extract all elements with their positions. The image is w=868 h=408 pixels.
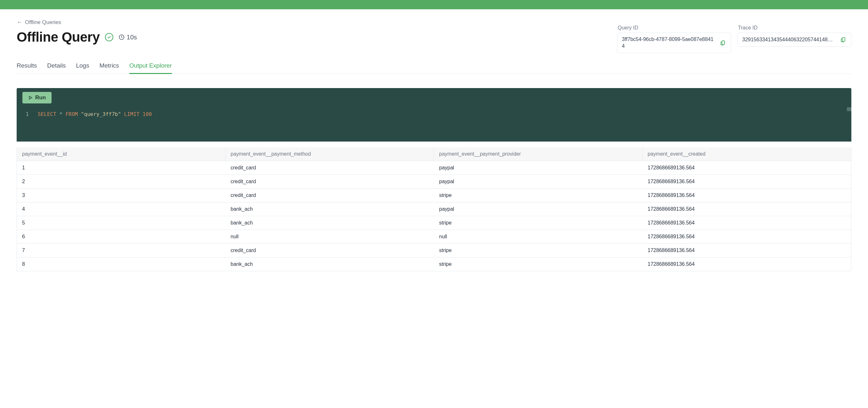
top-accent-bar [0, 0, 868, 9]
table-cell: 1728686689136.564 [643, 216, 851, 230]
tab-results[interactable]: Results [17, 62, 37, 74]
table-cell: 6 [17, 230, 226, 243]
table-row[interactable]: 6nullnull1728686689136.564 [17, 230, 851, 243]
table-cell: 7 [17, 244, 226, 257]
svg-rect-1 [722, 41, 724, 45]
table-cell: paypal [434, 202, 643, 216]
table-row[interactable]: 5bank_achstripe1728686689136.564 [17, 216, 851, 230]
duration-text: 10s [127, 34, 137, 41]
results-table: payment_event__idpayment_event__payment_… [17, 147, 851, 271]
table-cell: paypal [434, 161, 643, 175]
column-header[interactable]: payment_event__created [643, 147, 851, 161]
table-cell: credit_card [226, 175, 434, 188]
table-row[interactable]: 2credit_cardpaypal1728686689136.564 [17, 175, 851, 188]
table-cell: stripe [434, 258, 643, 271]
table-cell: 1728686689136.564 [643, 230, 851, 243]
table-cell: 3 [17, 188, 226, 202]
table-cell: 1 [17, 161, 226, 175]
query-id-value: 3ff7bc54-96cb-4787-8099-5ae087e88414 [622, 36, 716, 50]
sql-editor: Run 1 SELECT * FROM "query_3ff7b" LIMIT … [17, 88, 851, 142]
line-number: 1 [17, 111, 35, 117]
table-cell: 1728686689136.564 [643, 202, 851, 216]
tab-output-explorer[interactable]: Output Explorer [129, 62, 172, 74]
table-cell: 8 [17, 258, 226, 271]
table-cell: stripe [434, 244, 643, 257]
column-header[interactable]: payment_event__payment_method [226, 147, 434, 161]
table-row[interactable]: 8bank_achstripe1728686689136.564 [17, 257, 851, 271]
sql-line: SELECT * FROM "query_3ff7b" LIMIT 100 [35, 111, 152, 117]
table-cell: 4 [17, 202, 226, 216]
table-cell: null [226, 230, 434, 243]
query-id-label: Query ID [617, 25, 731, 31]
status-success-icon [105, 33, 113, 41]
table-cell: stripe [434, 188, 643, 202]
sql-editor-body[interactable]: 1 SELECT * FROM "query_3ff7b" LIMIT 100 [17, 107, 851, 142]
svg-marker-3 [29, 96, 32, 99]
column-header[interactable]: payment_event__payment_provider [434, 147, 643, 161]
trace-id-label: Trace ID [737, 25, 851, 31]
table-cell: bank_ach [226, 202, 434, 216]
page-title: Offline Query [17, 29, 100, 45]
trace-id-box: 329156334134354440632205744148302630000 [737, 33, 851, 47]
table-cell: 5 [17, 216, 226, 230]
table-cell: credit_card [226, 244, 434, 257]
tab-details[interactable]: Details [47, 62, 66, 74]
trace-id-value: 329156334134354440632205744148302630000 [742, 36, 835, 43]
copy-icon[interactable] [720, 40, 726, 46]
run-button[interactable]: Run [22, 92, 52, 104]
svg-rect-2 [842, 37, 845, 41]
copy-icon[interactable] [840, 36, 846, 43]
table-cell: 1728686689136.564 [643, 244, 851, 257]
table-row[interactable]: 1credit_cardpaypal1728686689136.564 [17, 161, 851, 175]
table-row[interactable]: 3credit_cardstripe1728686689136.564 [17, 188, 851, 202]
arrow-left-icon: ← [17, 19, 22, 26]
duration-badge: 10s [118, 34, 137, 41]
table-cell: null [434, 230, 643, 243]
table-cell: credit_card [226, 188, 434, 202]
table-cell: stripe [434, 216, 643, 230]
query-id-box: 3ff7bc54-96cb-4787-8099-5ae087e88414 [617, 33, 731, 53]
table-cell: 1728686689136.564 [643, 161, 851, 175]
table-cell: 1728686689136.564 [643, 188, 851, 202]
table-cell: paypal [434, 175, 643, 188]
editor-minimap[interactable] [847, 107, 851, 111]
table-cell: bank_ach [226, 258, 434, 271]
table-header-row: payment_event__idpayment_event__payment_… [17, 147, 851, 161]
table-row[interactable]: 7credit_cardstripe1728686689136.564 [17, 243, 851, 257]
tab-logs[interactable]: Logs [76, 62, 89, 74]
table-cell: credit_card [226, 161, 434, 175]
column-header[interactable]: payment_event__id [17, 147, 226, 161]
table-cell: 2 [17, 175, 226, 188]
breadcrumb-label: Offline Queries [25, 19, 61, 26]
table-cell: 1728686689136.564 [643, 258, 851, 271]
tab-metrics[interactable]: Metrics [99, 62, 119, 74]
table-row[interactable]: 4bank_achpaypal1728686689136.564 [17, 202, 851, 216]
breadcrumb-back[interactable]: ← Offline Queries [17, 19, 851, 26]
run-button-label: Run [35, 94, 46, 101]
table-cell: bank_ach [226, 216, 434, 230]
tab-bar: ResultsDetailsLogsMetricsOutput Explorer [17, 62, 851, 74]
table-cell: 1728686689136.564 [643, 175, 851, 188]
